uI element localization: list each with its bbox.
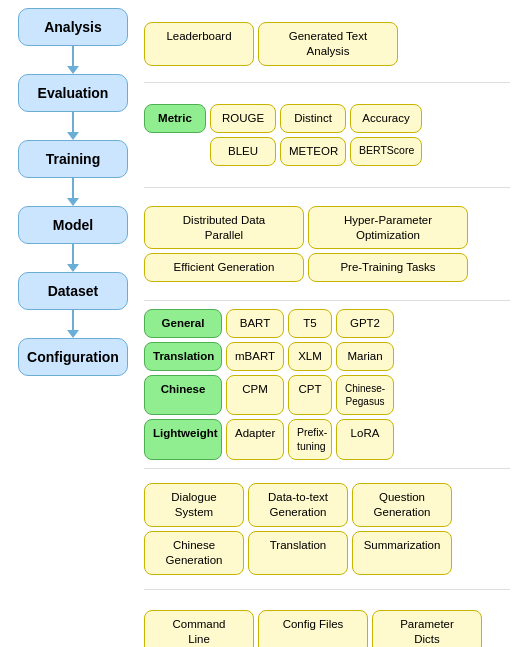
- tag-general-label: General: [162, 317, 205, 329]
- config-row-1: CommandLine Config Files ParameterDicts: [144, 610, 510, 647]
- tag-metric-label: Metric: [158, 112, 192, 124]
- dataset-row-2: ChineseGeneration Translation Summarizat…: [144, 531, 510, 575]
- spacer-eval: [144, 137, 206, 166]
- arrow-1: [67, 66, 79, 74]
- tag-leaderboard[interactable]: Leaderboard: [144, 22, 254, 66]
- tag-bleu[interactable]: BLEU: [210, 137, 276, 166]
- tag-gpt2-label: GPT2: [350, 317, 380, 329]
- arrow-2: [67, 132, 79, 140]
- tag-xlm[interactable]: XLM: [288, 342, 332, 371]
- category-dataset-label: Dataset: [48, 283, 99, 299]
- tag-metric[interactable]: Metric: [144, 104, 206, 133]
- tag-generated-text-analysis[interactable]: Generated TextAnalysis: [258, 22, 398, 66]
- tag-meteor-label: METEOR: [289, 145, 338, 157]
- tag-chinese[interactable]: Chinese: [144, 375, 222, 415]
- tag-rouge[interactable]: ROUGE: [210, 104, 276, 133]
- tag-bertscore-label: BERTScore: [359, 144, 414, 156]
- tag-config-files-label: Config Files: [283, 618, 344, 630]
- cat-analysis-wrapper: Analysis: [18, 8, 128, 46]
- divider-5: [144, 589, 510, 590]
- tag-translation[interactable]: Translation: [144, 342, 222, 371]
- divider-4: [144, 468, 510, 469]
- arrow-5: [67, 330, 79, 338]
- connector-1: [72, 46, 74, 66]
- section-analysis: Leaderboard Generated TextAnalysis: [144, 8, 510, 80]
- tag-efficient-gen[interactable]: Efficient Generation: [144, 253, 304, 282]
- evaluation-row-2: BLEU METEOR BERTScore: [144, 137, 510, 166]
- section-evaluation: Metric ROUGE Distinct Accuracy BLEU M: [144, 85, 510, 185]
- tag-distinct-label: Distinct: [294, 112, 332, 124]
- tag-lora[interactable]: LoRA: [336, 419, 394, 460]
- tag-accuracy-label: Accuracy: [362, 112, 409, 124]
- right-column: Leaderboard Generated TextAnalysis Metri…: [144, 8, 510, 647]
- tag-cpm[interactable]: CPM: [226, 375, 284, 415]
- tag-summarization[interactable]: Summarization: [352, 531, 452, 575]
- tag-cpt[interactable]: CPT: [288, 375, 332, 415]
- tag-translation-label: Translation: [153, 350, 214, 362]
- tag-distinct[interactable]: Distinct: [280, 104, 346, 133]
- main-page: Analysis Evaluation Training Model: [0, 0, 518, 647]
- evaluation-row-1: Metric ROUGE Distinct Accuracy: [144, 104, 510, 133]
- arrow-4: [67, 264, 79, 272]
- cat-configuration-wrapper: Configuration: [18, 338, 128, 376]
- tag-pretraining-tasks-label: Pre-Training Tasks: [340, 261, 435, 273]
- tag-t5[interactable]: T5: [288, 309, 332, 338]
- tag-marian[interactable]: Marian: [336, 342, 394, 371]
- category-evaluation[interactable]: Evaluation: [18, 74, 128, 112]
- tag-lightweight[interactable]: Lightweight: [144, 419, 222, 460]
- tag-meteor[interactable]: METEOR: [280, 137, 346, 166]
- category-model[interactable]: Model: [18, 206, 128, 244]
- tag-lora-label: LoRA: [351, 427, 380, 439]
- category-training[interactable]: Training: [18, 140, 128, 178]
- cat-training-wrapper: Training: [18, 140, 128, 178]
- tag-adapter-label: Adapter: [235, 427, 275, 439]
- divider-2: [144, 187, 510, 188]
- tag-bleu-label: BLEU: [228, 145, 258, 157]
- tag-translation-dataset[interactable]: Translation: [248, 531, 348, 575]
- tag-summarization-label: Summarization: [364, 539, 441, 551]
- tag-question-gen[interactable]: QuestionGeneration: [352, 483, 452, 527]
- category-evaluation-label: Evaluation: [38, 85, 109, 101]
- tag-cpt-label: CPT: [299, 383, 322, 395]
- tag-pretraining-tasks[interactable]: Pre-Training Tasks: [308, 253, 468, 282]
- tag-chinese-pegasus[interactable]: Chinese-Pegasus: [336, 375, 394, 415]
- category-dataset[interactable]: Dataset: [18, 272, 128, 310]
- tag-chinese-gen[interactable]: ChineseGeneration: [144, 531, 244, 575]
- section-configuration: CommandLine Config Files ParameterDicts: [144, 592, 510, 647]
- tag-config-files[interactable]: Config Files: [258, 610, 368, 647]
- tag-gpt2[interactable]: GPT2: [336, 309, 394, 338]
- model-row-3: Chinese CPM CPT Chinese-Pegasus: [144, 375, 510, 415]
- tag-bertscore[interactable]: BERTScore: [350, 137, 422, 166]
- section-dataset: DialogueSystem Data-to-textGeneration Qu…: [144, 471, 510, 587]
- tag-mbart[interactable]: mBART: [226, 342, 284, 371]
- tag-bart[interactable]: BART: [226, 309, 284, 338]
- dataset-row-1: DialogueSystem Data-to-textGeneration Qu…: [144, 483, 510, 527]
- tag-ddp[interactable]: Distributed DataParallel: [144, 206, 304, 250]
- arrow-3: [67, 198, 79, 206]
- model-row-4: Lightweight Adapter Prefix-tuning LoRA: [144, 419, 510, 460]
- training-row-2: Efficient Generation Pre-Training Tasks: [144, 253, 510, 282]
- tag-xlm-label: XLM: [298, 350, 322, 362]
- category-configuration[interactable]: Configuration: [18, 338, 128, 376]
- tag-prefix-tuning[interactable]: Prefix-tuning: [288, 419, 332, 460]
- tag-hpo[interactable]: Hyper-ParameterOptimization: [308, 206, 468, 250]
- tag-lightweight-label: Lightweight: [153, 427, 218, 439]
- divider-1: [144, 82, 510, 83]
- category-training-label: Training: [46, 151, 100, 167]
- tag-leaderboard-label: Leaderboard: [166, 30, 231, 42]
- category-analysis[interactable]: Analysis: [18, 8, 128, 46]
- category-analysis-label: Analysis: [44, 19, 102, 35]
- connector-5: [72, 310, 74, 330]
- tag-data-to-text[interactable]: Data-to-textGeneration: [248, 483, 348, 527]
- tag-general[interactable]: General: [144, 309, 222, 338]
- left-column: Analysis Evaluation Training Model: [8, 8, 138, 647]
- tag-dialogue-system[interactable]: DialogueSystem: [144, 483, 244, 527]
- tag-t5-label: T5: [303, 317, 316, 329]
- analysis-row-1: Leaderboard Generated TextAnalysis: [144, 22, 510, 66]
- tag-bart-label: BART: [240, 317, 270, 329]
- tag-parameter-dicts[interactable]: ParameterDicts: [372, 610, 482, 647]
- tag-accuracy[interactable]: Accuracy: [350, 104, 422, 133]
- cat-model-wrapper: Model: [18, 206, 128, 244]
- tag-adapter[interactable]: Adapter: [226, 419, 284, 460]
- tag-command-line[interactable]: CommandLine: [144, 610, 254, 647]
